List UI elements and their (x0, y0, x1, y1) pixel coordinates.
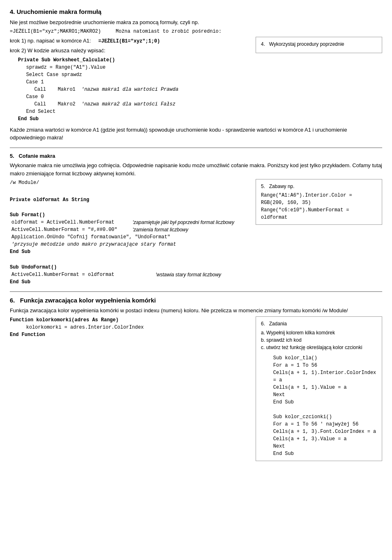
s6-function-line: Function kolorkomorki(adres As Range) (10, 316, 247, 324)
code-line-end-sub: End Sub (18, 115, 247, 123)
b6-code-3: Cells(a + 1, 1).Value = a (273, 384, 377, 391)
box5-header: 5. Zabawy np. (261, 183, 377, 190)
box5-line2: Range("c6:e10").NumberFormat = oldformat (261, 206, 377, 221)
section6-right: 6. Zadania a. Wypełnij kolorem kilka kom… (256, 316, 382, 461)
box-6: 6. Zadania a. Wypełnij kolorem kilka kom… (256, 316, 382, 461)
s6-body-line: kolorkomorki = adres.Interior.ColorIndex (26, 324, 247, 331)
s5-row3: Application.OnUndo "Cofnij formatowanie"… (10, 233, 247, 241)
box6-item-a: a. Wypełnij kolorem kilka komórek (261, 329, 377, 336)
section4-formula: =JEŻELI(B1="xyz";MAKRO1;MAKRO2) Można na… (10, 28, 382, 35)
s5-undo-row: ActiveCell.NumberFormat = oldformat 'wst… (10, 271, 247, 278)
section5-right: 5. Zabawy np. Range("A1:A6").Interior.Co… (256, 179, 382, 286)
code-line-5: Case 0 (26, 93, 247, 101)
section4-intro: Nie jest możliwe bezpośrednie uruchomien… (10, 18, 382, 27)
section5-content: /w Module/ Private oldformat As String S… (10, 179, 382, 286)
step1: krok 1) np. napisać w komórce A1: =JEŻEL… (10, 37, 247, 45)
b6-code-0: Sub kolor_tla() (273, 354, 377, 362)
box6-code-block: Sub kolor_tla() For a = 1 To 56 Cells(a … (273, 354, 377, 457)
section-5: 5. Cofanie makra Wykonanie makra nie umo… (10, 152, 382, 286)
b6-code-9: Cells(a + 1, 3).Font.ColorIndex = a (273, 428, 377, 435)
code-line-6: Call Makro2 'nazwa makra2 dla wartości F… (34, 101, 247, 108)
b6-code-1: For a = 1 To 56 (273, 362, 377, 369)
code-line-end-select: End Select (26, 108, 247, 115)
box4-number: 4. Wykorzystaj procedury poprzednie (261, 40, 377, 48)
section-4: 4. Uruchomienie makra formułą Nie jest m… (10, 7, 382, 142)
s5-private-oldformat: Private oldformat As String (10, 196, 247, 204)
s6-end-function: End Function (10, 331, 247, 338)
s5-row4: 'przysuje metodzie undo makro przywracaj… (10, 241, 247, 248)
section5-intro: Wykonanie makra nie umożliwia jego cofni… (10, 161, 382, 177)
s5-end-sub1: End Sub (10, 248, 247, 255)
divider-4-5 (10, 148, 382, 148)
s5-code-table: oldformat = ActiveCell.NumberFormat 'zap… (10, 219, 247, 248)
b6-code-8: For a = 1 To 56 ' najwyżej 56 (273, 421, 377, 428)
section4-right: 4. Wykorzystaj procedury poprzednie (256, 37, 382, 123)
possible-intro: Można natomiast to zrobić pośrednio: (116, 29, 221, 34)
s5-code2: ActiveCell.NumberFormat = "#,##0.00" (10, 226, 131, 233)
section5-left: /w Module/ Private oldformat As String S… (10, 179, 247, 286)
code-line-1: sprawdz = Range("A1").Value (26, 64, 247, 71)
b6-code-12: End Sub (273, 450, 377, 457)
s5-undo-code: ActiveCell.NumberFormat = oldformat (10, 271, 154, 278)
section6-title: 6. Funkcja zwracająca kolor wypełnienia … (10, 296, 382, 305)
b6-code-10: Cells(a + 1, 3).Value = a (273, 435, 377, 443)
section-6: 6. Funkcja zwracająca kolor wypełnienia … (10, 296, 382, 461)
module-note: /w Module/ (10, 179, 247, 186)
step2-label: krok 2) W kodzie arkusza należy wpisać: (10, 47, 247, 55)
section4-summary: Każde zmiana wartości w komórce A1 (gdzi… (10, 126, 382, 142)
s5-row1: oldformat = ActiveCell.NumberFormat 'zap… (10, 219, 247, 226)
s5-row2: ActiveCell.NumberFormat = "#,##0.00" 'za… (10, 226, 247, 233)
box-4: 4. Wykorzystaj procedury poprzednie (256, 37, 382, 53)
b6-code-7: Sub kolor_czcionki() (273, 413, 377, 421)
s5-comment-undo: 'przysuje metodzie undo makro przywracaj… (10, 241, 247, 248)
code-line-3: Case 1 (26, 78, 247, 86)
code-line-4: Call Makro1 'nazwa makra1 dla wartości P… (34, 86, 247, 93)
section5-heading: 5. Cofanie makra (10, 152, 382, 160)
s5-sub-undoformat: Sub UndoFormat() (10, 264, 247, 271)
section4-title: 4. Uruchomienie makra formułą (10, 7, 382, 17)
s5-comment1: 'zapamiętuje jaki był poprzedni format l… (131, 219, 247, 226)
b6-code-5: End Sub (273, 399, 377, 406)
b6-code-11: Next (273, 443, 377, 450)
s5-code3: Application.OnUndo "Cofnij formatowanie"… (10, 233, 247, 241)
code-private-sub: Private Sub Worksheet_Calculate() sprawd… (18, 56, 247, 123)
s5-end-sub2: End Sub (10, 278, 247, 286)
box6-item-c: c. utwórz też funkcję określającą kolor … (261, 344, 377, 351)
b6-code-6 (273, 406, 377, 413)
box6-header: 6. Zadania (261, 320, 377, 327)
step1-value: =JEŻELI(B1="xyz";1;0) (98, 38, 160, 44)
section4-content: krok 1) np. napisać w komórce A1: =JEŻEL… (10, 37, 382, 123)
s5-code1: oldformat = ActiveCell.NumberFormat (10, 219, 131, 226)
s5-sub-format: Sub Format() (10, 211, 247, 219)
s5-comment2: 'zamienia format liczbowy (131, 226, 247, 233)
b6-code-2: Cells(a + 1, 1).Interior.ColorIndex = a (273, 369, 377, 384)
box-5: 5. Zabawy np. Range("A1:A6").Interior.Co… (256, 179, 382, 225)
section6-intro: Funkcja zwracająca kolor wypełnienia kom… (10, 307, 382, 315)
box5-line1: Range("A1:A6").Interior.Color = RGB(200,… (261, 192, 377, 206)
section6-content: Function kolorkomorki(adres As Range) ko… (10, 316, 382, 461)
code-line-2: Select Case sprawdz (26, 71, 247, 78)
formula-example: =JEŻELI(B1="xyz";MAKRO1;MAKRO2) (10, 29, 101, 34)
code-line-0: Private Sub Worksheet_Calculate() (18, 56, 247, 64)
section4-left: krok 1) np. napisać w komórce A1: =JEŻEL… (10, 37, 247, 123)
section6-left: Function kolorkomorki(adres As Range) ko… (10, 316, 247, 461)
s5-comment3: 'wstawia stary format liczbowy (154, 271, 247, 278)
b6-code-4: Next (273, 391, 377, 399)
divider-5-6 (10, 291, 382, 292)
box6-item-b: b. sprawdź ich kod (261, 336, 377, 344)
s5-undo-table: ActiveCell.NumberFormat = oldformat 'wst… (10, 271, 247, 278)
